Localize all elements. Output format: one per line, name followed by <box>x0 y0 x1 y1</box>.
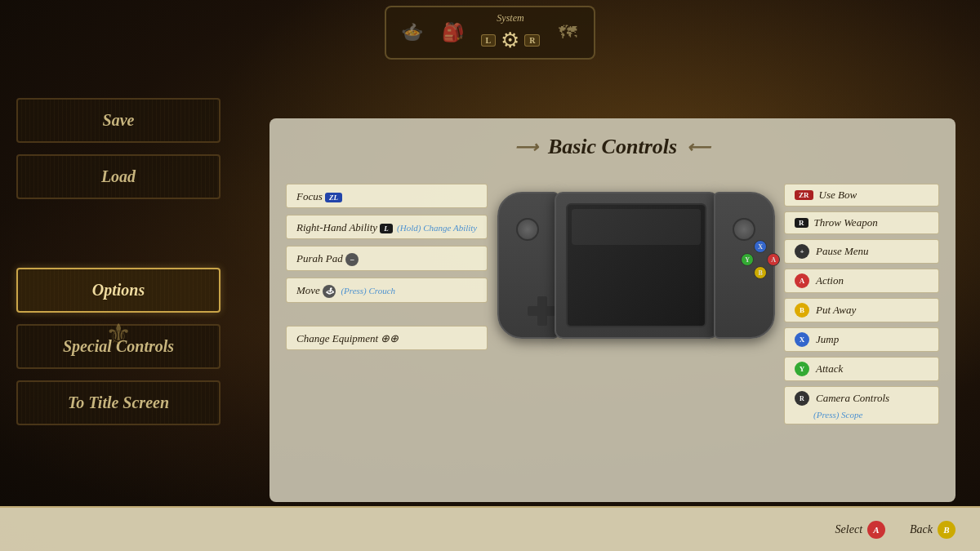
switch-body <box>555 192 718 339</box>
nav-tab-system[interactable]: System L ⚙ R <box>481 12 541 53</box>
emblem-icon: ⚜ <box>94 310 143 359</box>
right-hand-button: L <box>380 224 393 233</box>
dpad-vertical <box>537 296 547 326</box>
control-right-hand: Right-Hand Ability L (Hold) Change Abili… <box>286 215 488 239</box>
joycon-left <box>497 192 559 339</box>
nav-tab-bag[interactable]: 🎒 <box>440 20 466 46</box>
camera-label: Camera Controls <box>816 392 889 405</box>
camera-button: R <box>795 391 809 406</box>
control-action: A Action <box>784 269 939 293</box>
right-controls: ZR Use Bow R Throw Weapon + Pause Menu A… <box>784 176 939 429</box>
put-away-label: Put Away <box>816 304 856 317</box>
switch-device-diagram: A B X Y <box>496 176 776 355</box>
control-pause-menu: + Pause Menu <box>784 239 939 264</box>
sidebar: Save Load ⚜ Options Special Controls To … <box>0 0 237 551</box>
move-label: Move 🕹 <box>296 284 341 296</box>
control-move: Move 🕹 (Press) Crouch <box>286 278 488 303</box>
put-away-button: B <box>795 303 809 318</box>
right-hand-sub: (Hold) Change Ability <box>397 223 477 233</box>
map-icon: 🗺 <box>555 20 581 46</box>
select-action: Select A <box>835 521 885 539</box>
control-attack: Y Attack <box>784 357 939 381</box>
menu-item-options[interactable]: Options <box>16 268 220 313</box>
back-label: Back <box>910 523 933 536</box>
throw-weapon-button: R <box>795 218 808 228</box>
control-throw-weapon: R Throw Weapon <box>784 211 939 234</box>
joycon-right: A B X Y <box>714 192 775 339</box>
select-label: Select <box>835 523 862 536</box>
button-b: B <box>754 266 767 279</box>
system-label: System <box>497 12 523 24</box>
left-controls: Focus ZL Right-Hand Ability L (Hold) Cha… <box>286 176 488 357</box>
button-x: X <box>754 240 767 253</box>
title-arrow-left: ⟶ <box>514 137 538 157</box>
load-label: Load <box>101 167 136 185</box>
nav-tab-bar: 🍲 🎒 System L ⚙ R 🗺 <box>385 6 596 60</box>
nav-tab-map[interactable]: 🗺 <box>555 20 581 46</box>
right-hand-label: Right-Hand Ability L <box>296 221 397 233</box>
switch-screen <box>566 203 706 327</box>
jump-label: Jump <box>816 333 839 346</box>
nav-tab-items[interactable]: 🍲 <box>399 20 425 46</box>
action-label: Action <box>816 274 844 287</box>
move-sub: (Press) Crouch <box>341 286 395 295</box>
shoulder-right-badge: R <box>524 34 540 47</box>
menu-area: Save Load ⚜ Options Special Controls To … <box>16 98 220 425</box>
bottom-bar: Select A Back B <box>0 506 980 551</box>
pause-menu-button: + <box>795 244 809 259</box>
menu-item-load[interactable]: Load <box>16 154 220 199</box>
attack-label: Attack <box>816 362 843 375</box>
items-icon: 🍲 <box>399 20 425 46</box>
pause-menu-label: Pause Menu <box>816 245 869 258</box>
select-button: A <box>867 521 885 539</box>
jump-button: X <box>795 332 809 347</box>
button-a: A <box>767 253 780 266</box>
panel-title: ⟶ Basic Controls ⟵ <box>286 135 939 159</box>
action-button: A <box>795 273 809 288</box>
focus-label: Focus ZL <box>296 190 344 202</box>
switch-console: A B X Y <box>497 176 775 355</box>
top-navigation: 🍲 🎒 System L ⚙ R 🗺 <box>0 0 980 65</box>
control-purah-pad: Purah Pad − <box>286 246 488 271</box>
controls-diagram: Focus ZL Right-Hand Ability L (Hold) Cha… <box>286 176 939 478</box>
move-button: 🕹 <box>323 285 336 298</box>
attack-button: Y <box>795 362 809 376</box>
title-screen-label: To Title Screen <box>68 393 169 411</box>
system-tab-content: System L ⚙ R <box>481 12 541 53</box>
system-row: L ⚙ R <box>481 28 541 53</box>
use-bow-label: Use Bow <box>819 189 858 202</box>
control-focus: Focus ZL <box>286 184 488 208</box>
main-panel: ⟶ Basic Controls ⟵ Focus ZL Right-Hand A… <box>270 118 956 502</box>
purah-pad-label: Purah Pad − <box>296 252 361 264</box>
button-y: Y <box>741 253 754 266</box>
menu-item-save[interactable]: Save <box>16 98 220 143</box>
control-camera: R Camera Controls (Press) Scope <box>784 386 939 424</box>
title-arrow-right: ⟵ <box>687 137 710 157</box>
control-jump: X Jump <box>784 327 939 352</box>
purah-pad-button: − <box>345 253 359 266</box>
menu-item-title-screen[interactable]: To Title Screen <box>16 380 220 425</box>
change-equipment-label: Change Equipment ⊕⊕ <box>296 332 399 344</box>
control-put-away: B Put Away <box>784 298 939 322</box>
shoulder-left-badge: L <box>481 34 497 47</box>
right-joystick <box>733 218 755 241</box>
camera-sub: (Press) Scope <box>813 410 862 420</box>
screen-shine <box>572 209 701 245</box>
control-use-bow: ZR Use Bow <box>784 184 939 207</box>
back-button: B <box>938 521 956 539</box>
throw-weapon-label: Throw Weapon <box>814 216 878 229</box>
panel-title-text: Basic Controls <box>548 135 677 159</box>
focus-button: ZL <box>325 193 342 202</box>
options-label: Options <box>92 281 145 299</box>
back-action: Back B <box>910 521 956 539</box>
gear-icon: ⚙ <box>501 28 519 53</box>
bag-icon: 🎒 <box>440 20 466 46</box>
control-change-equipment: Change Equipment ⊕⊕ <box>286 326 488 350</box>
save-label: Save <box>103 111 135 129</box>
use-bow-button: ZR <box>795 190 813 200</box>
left-joystick <box>516 218 539 241</box>
